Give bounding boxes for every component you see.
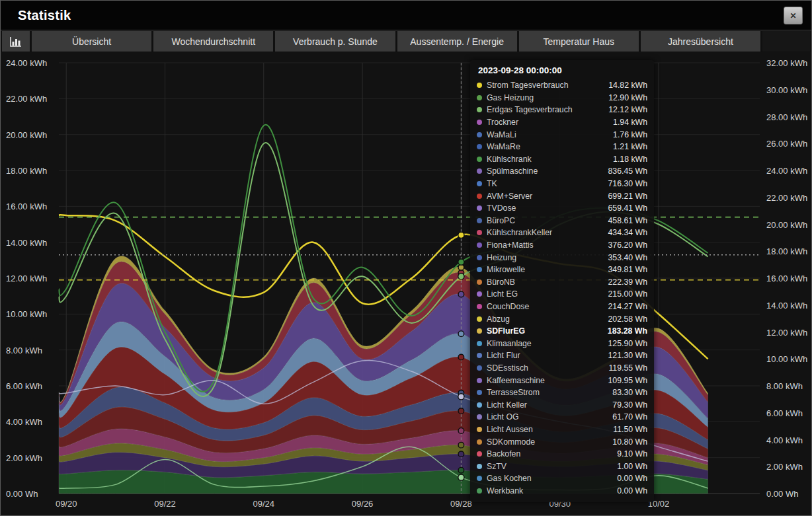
close-button[interactable]: ✕ bbox=[784, 7, 803, 24]
x-axis-label: 09/24 bbox=[253, 499, 275, 509]
tab-uebersicht[interactable]: Übersicht bbox=[32, 31, 151, 52]
series-value: 376.20 Wh bbox=[608, 240, 647, 250]
series-color-dot bbox=[477, 464, 482, 469]
chart-region[interactable]: 2023-09-28 00:00:00 Strom Tagesverbrauch… bbox=[1, 52, 811, 515]
series-value: 109.95 Wh bbox=[608, 376, 647, 385]
series-name: TVDose bbox=[487, 203, 603, 213]
series-color-dot bbox=[477, 194, 482, 199]
y-axis-left-label: 10.00 kWh bbox=[6, 309, 47, 319]
series-color-dot bbox=[477, 304, 482, 309]
series-value: 836.45 Wh bbox=[608, 166, 647, 176]
titlebar: Statistik ✕ bbox=[1, 1, 811, 30]
y-axis-right-label: 22.00 kWh bbox=[766, 192, 807, 202]
series-name: Gas Heizung bbox=[487, 93, 603, 102]
y-axis-right-label: 14.00 kWh bbox=[766, 300, 807, 310]
tab-wochendurchschnitt[interactable]: Wochendurchschnitt bbox=[153, 31, 273, 52]
chart-tooltip: 2023-09-28 00:00:00 Strom Tagesverbrauch… bbox=[470, 60, 654, 502]
series-color-dot bbox=[477, 95, 482, 100]
series-name: TK bbox=[487, 179, 603, 188]
y-axis-left-label: 4.00 kWh bbox=[6, 417, 42, 427]
series-value: 202.58 Wh bbox=[608, 314, 647, 324]
tooltip-row: BüroPC458.61 Wh bbox=[477, 215, 647, 227]
tooltip-row: CouchDose214.27 Wh bbox=[477, 301, 647, 313]
series-value: 0.00 Wh bbox=[617, 474, 647, 483]
y-axis-left-label: 16.00 kWh bbox=[6, 202, 47, 211]
x-axis-label: 09/28 bbox=[450, 499, 472, 509]
series-color-dot bbox=[477, 476, 482, 481]
series-color-dot bbox=[477, 291, 482, 297]
series-value: 1.18 kWh bbox=[613, 155, 647, 164]
series-color-dot bbox=[477, 230, 482, 235]
tab-bar-spacer bbox=[762, 31, 810, 52]
series-value: 119.55 Wh bbox=[608, 363, 647, 373]
series-name: SDEsstisch bbox=[487, 363, 603, 373]
series-value: 9.10 Wh bbox=[617, 449, 647, 459]
series-color-dot bbox=[477, 402, 482, 408]
series-name: TerrasseStrom bbox=[487, 388, 607, 397]
window-title: Statistik bbox=[1, 8, 71, 23]
tooltip-row: Fiona+Mattis376.20 Wh bbox=[477, 239, 647, 252]
tooltip-row: Licht Flur121.30 Wh bbox=[477, 350, 647, 362]
series-value: 214.27 Wh bbox=[608, 302, 647, 311]
tab-aussentemp-energie[interactable]: Aussentemp. / Energie bbox=[397, 31, 517, 52]
series-value: 716.30 Wh bbox=[608, 179, 647, 188]
series-color-dot bbox=[477, 181, 482, 186]
series-value: 61.70 Wh bbox=[612, 412, 647, 422]
tab-jahresuebersicht[interactable]: Jahresübersicht bbox=[641, 31, 760, 52]
tooltip-header: 2023-09-28 00:00:00 bbox=[477, 65, 647, 79]
series-value: 1.21 kWh bbox=[613, 142, 647, 151]
y-axis-right-label: 2.00 kWh bbox=[766, 462, 803, 472]
tooltip-row: Abzug202.58 Wh bbox=[477, 313, 647, 325]
series-color-dot bbox=[477, 144, 482, 149]
tooltip-row: Spülmaschine836.45 Wh bbox=[477, 165, 647, 178]
y-axis-left-label: 18.00 kWh bbox=[6, 166, 47, 176]
series-name: Strom Tagesverbrauch bbox=[487, 81, 603, 90]
tooltip-row: SDFlurEG183.28 Wh bbox=[477, 325, 647, 338]
y-axis-right-label: 28.00 kWh bbox=[766, 112, 807, 122]
series-color-dot bbox=[477, 316, 482, 322]
series-name: KühlschrankKeller bbox=[487, 228, 603, 237]
series-value: 183.28 Wh bbox=[608, 326, 647, 336]
close-icon: ✕ bbox=[790, 11, 796, 20]
series-name: Trockner bbox=[487, 118, 608, 127]
y-axis-left-label: 6.00 kWh bbox=[6, 381, 42, 391]
tooltip-row: Mikrowelle349.81 Wh bbox=[477, 264, 647, 276]
chart-svg[interactable] bbox=[1, 52, 811, 515]
series-color-dot bbox=[477, 267, 482, 272]
y-axis-left-label: 22.00 kWh bbox=[6, 94, 47, 104]
series-name: Licht Keller bbox=[487, 400, 607, 410]
series-value: 353.40 Wh bbox=[608, 253, 647, 262]
series-name: Licht OG bbox=[487, 412, 607, 422]
chart-icon-button[interactable] bbox=[2, 31, 30, 52]
series-value: 1.00 Wh bbox=[617, 462, 647, 471]
statistik-window: Statistik ✕ Übersicht Wochendurchschnitt… bbox=[0, 0, 812, 516]
series-name: Abzug bbox=[487, 314, 603, 324]
series-value: 125.90 Wh bbox=[608, 339, 647, 348]
series-color-dot bbox=[477, 168, 482, 174]
tooltip-row: Strom Tagesverbrauch14.82 kWh bbox=[477, 79, 647, 92]
series-value: 14.82 kWh bbox=[608, 81, 647, 90]
x-axis-label: 09/26 bbox=[352, 499, 374, 509]
series-value: 12.12 kWh bbox=[608, 105, 647, 114]
series-value: 12.90 kWh bbox=[608, 93, 647, 102]
series-value: 458.61 Wh bbox=[608, 216, 647, 225]
series-color-dot bbox=[477, 205, 482, 211]
tooltip-rows: Strom Tagesverbrauch14.82 kWhGas Heizung… bbox=[477, 79, 647, 497]
series-color-dot bbox=[477, 488, 482, 494]
y-axis-right-label: 32.00 kWh bbox=[766, 58, 807, 68]
series-name: Licht EG bbox=[487, 289, 603, 299]
series-name: WaMaRe bbox=[487, 142, 608, 151]
y-axis-left-label: 12.00 kWh bbox=[6, 274, 47, 283]
tooltip-row: Licht Keller79.30 Wh bbox=[477, 398, 647, 411]
x-axis-label: 09/22 bbox=[154, 499, 176, 509]
series-color-dot bbox=[477, 120, 482, 125]
series-name: Fiona+Mattis bbox=[487, 240, 603, 250]
tab-temperatur-haus[interactable]: Temperatur Haus bbox=[519, 31, 639, 52]
series-value: 1.76 kWh bbox=[613, 130, 647, 139]
tooltip-row: Kühlschrank1.18 kWh bbox=[477, 153, 647, 166]
tooltip-row: TerrasseStrom83.30 Wh bbox=[477, 387, 647, 399]
tab-verbrauch-p-stunde[interactable]: Verbrauch p. Stunde bbox=[275, 31, 395, 52]
series-color-dot bbox=[477, 279, 482, 285]
tooltip-row: AVM+Server699.21 Wh bbox=[477, 190, 647, 202]
y-axis-right-label: 30.00 kWh bbox=[766, 85, 807, 94]
